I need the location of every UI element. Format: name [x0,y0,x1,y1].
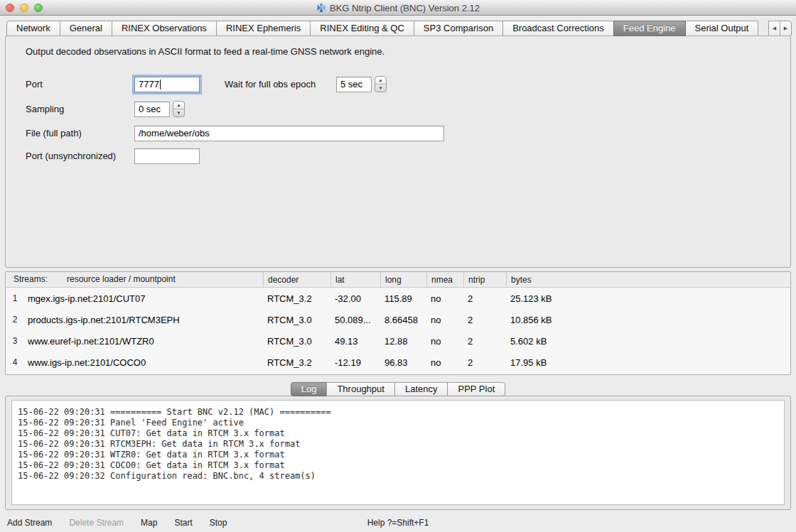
right-arrow-icon: ▶ [784,26,787,31]
streams-header-first: Streams: resource loader / mountpoint [6,272,263,287]
col-header-nmea: nmea [426,272,463,287]
col-header-long: long [380,272,426,287]
tab-general[interactable]: General [60,21,112,36]
bnc-app-icon [316,3,326,13]
log-line: 15-06-22 09:20:31 WTZR0: Get data in RTC… [18,450,784,460]
main-tab-bar: Network General RINEX Observations RINEX… [6,21,792,36]
stream-long: 96.83 [380,357,426,368]
stream-bytes: 17.95 kB [506,357,790,368]
stream-decoder: RTCM_3.2 [263,293,330,304]
close-button[interactable] [6,4,14,12]
col-header-lat: lat [330,272,380,287]
stream-long: 12.88 [380,336,426,347]
wait-epoch-field[interactable]: 5 sec [336,77,372,92]
stream-ntrip: 2 [463,293,506,304]
stop-button[interactable]: Stop [210,518,227,528]
zoom-button[interactable] [34,4,43,12]
streams-corner-label: Streams: [14,274,48,284]
window-controls [6,4,43,12]
spin-up-button[interactable]: ▲ [375,77,386,85]
log-line: 15-06-22 09:20:32 Configuration read: BN… [18,471,784,482]
file-path-input[interactable]: /home/weber/obs [134,126,444,141]
window-titlebar: BKG Ntrip Client (BNC) Version 2.12 [0,0,796,16]
stream-bytes: 25.123 kB [506,293,790,304]
port-unsync-input[interactable] [134,148,200,164]
tab-throughput[interactable]: Throughput [326,382,395,396]
sampling-field[interactable]: 0 sec [134,102,170,117]
tab-ppp-plot[interactable]: PPP Plot [447,382,505,396]
tab-rinex-observations[interactable]: RINEX Observations [112,21,217,36]
tab-latency[interactable]: Latency [394,382,448,396]
window-title-area: BKG Ntrip Client (BNC) Version 2.12 [0,0,796,16]
stream-bytes: 5.602 kB [506,336,790,347]
up-arrow-icon: ▲ [379,78,383,82]
sampling-value: 0 sec [139,102,161,116]
row-number: 3 [6,336,24,346]
stream-lat: -12.19 [330,357,380,368]
port-unsync-label: Port (unsynchronized) [26,148,116,164]
feed-engine-panel: Output decoded observations in ASCII for… [5,36,791,268]
spin-down-button[interactable]: ▼ [375,85,386,92]
row-number: 2 [6,315,24,325]
stream-lat: -32.00 [330,293,380,304]
window-title: BKG Ntrip Client (BNC) Version 2.12 [330,3,480,13]
log-line: 15-06-22 09:20:31 Panel 'Feed Engine' ac… [18,418,784,428]
stream-ntrip: 2 [463,336,506,347]
sampling-spinner: ▲ ▼ [173,101,185,117]
log-output[interactable]: 15-06-22 09:20:31 ========== Start BNC v… [11,400,785,505]
stream-nmea: no [426,357,463,368]
map-button[interactable]: Map [141,518,157,528]
down-arrow-icon: ▼ [379,86,383,90]
col-header-mountpoint: resource loader / mountpoint [67,274,176,284]
col-header-ntrip: ntrip [463,272,506,287]
row-number: 1 [6,293,24,303]
tab-sp3-comparison[interactable]: SP3 Comparison [414,21,503,36]
tab-rinex-ephemeris[interactable]: RINEX Ephemeris [216,21,311,36]
tab-network[interactable]: Network [6,21,60,36]
tab-log[interactable]: Log [291,382,328,396]
file-path-label: File (full path) [26,126,82,141]
delete-stream-button[interactable]: Delete Stream [69,518,124,528]
row-number: 4 [6,357,24,367]
stream-ntrip: 2 [463,357,506,368]
wait-epoch-label: Wait for full obs epoch [225,77,316,92]
stream-mountpoint: products.igs-ip.net:2101/RTCM3EPH [24,315,263,325]
spin-down-button[interactable]: ▼ [173,109,184,116]
tab-bar-spacer [758,21,769,36]
stream-row[interactable]: 1 mgex.igs-ip.net:2101/CUT07 RTCM_3.2 -3… [6,288,790,309]
stream-bytes: 10.856 kB [506,315,790,325]
tab-scroll-left-button[interactable]: ◀ [768,21,780,36]
port-input[interactable]: 7777 [134,77,200,92]
stream-nmea: no [426,293,463,304]
col-header-bytes: bytes [506,272,790,287]
tab-scroll-right-button[interactable]: ▶ [780,21,792,36]
log-line: 15-06-22 09:20:31 CUT07: Get data in RTC… [18,428,784,439]
port-value: 7777 [139,77,159,92]
port-label: Port [26,77,43,92]
left-arrow-icon: ◀ [773,26,776,31]
up-arrow-icon: ▲ [177,103,181,107]
help-label: Help ?=Shift+F1 [367,518,429,528]
stream-lat: 50.089... [330,315,380,325]
minimize-button[interactable] [20,4,28,12]
stream-row[interactable]: 4 www.igs-ip.net:2101/COCO0 RTCM_3.2 -12… [6,352,790,373]
start-button[interactable]: Start [174,518,192,528]
stream-mountpoint: www.igs-ip.net:2101/COCO0 [24,357,263,368]
stream-nmea: no [426,315,463,325]
spin-up-button[interactable]: ▲ [173,102,184,109]
stream-row[interactable]: 2 products.igs-ip.net:2101/RTCM3EPH RTCM… [6,309,790,330]
down-arrow-icon: ▼ [177,111,181,115]
bottom-toolbar: Add Stream Delete Stream Map Start Stop … [0,513,796,532]
sampling-label: Sampling [26,102,64,117]
stream-nmea: no [426,336,463,347]
tab-rinex-editing-qc[interactable]: RINEX Editing & QC [310,21,414,36]
panel-description: Output decoded observations in ASCII for… [26,46,384,57]
stream-row[interactable]: 3 www.euref-ip.net:2101/WTZR0 RTCM_3.0 4… [6,330,790,352]
tab-serial-output[interactable]: Serial Output [685,21,759,36]
add-stream-button[interactable]: Add Stream [7,518,52,528]
wait-epoch-value: 5 sec [340,77,362,92]
log-line: 15-06-22 09:20:31 ========== Start BNC v… [18,407,784,418]
bottom-tab-bar: Log Throughput Latency PPP Plot [0,382,796,396]
tab-broadcast-corrections[interactable]: Broadcast Corrections [502,21,614,36]
tab-feed-engine[interactable]: Feed Engine [613,21,686,36]
